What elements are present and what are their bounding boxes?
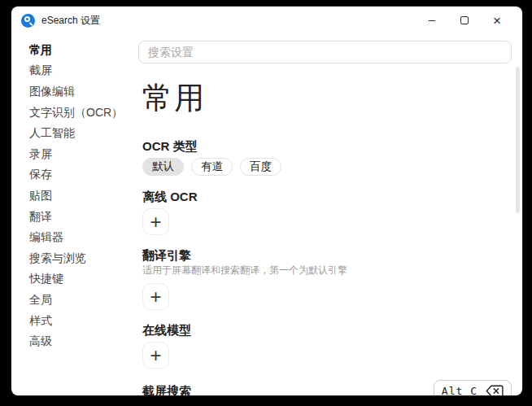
- sidebar-item-general[interactable]: 常用: [29, 40, 138, 61]
- plus-icon: +: [150, 287, 161, 307]
- add-offline-ocr-button[interactable]: +: [142, 208, 169, 235]
- window-title: eSearch 设置: [41, 14, 100, 28]
- sidebar-item-translate[interactable]: 翻译: [29, 207, 138, 228]
- magnifier-handle: [28, 21, 33, 25]
- close-icon: ×: [493, 14, 501, 28]
- plus-icon: +: [150, 346, 161, 365]
- sidebar-item-hotkeys[interactable]: 快捷键: [29, 269, 138, 290]
- section-online-model: 在线模型 +: [142, 322, 512, 369]
- ocr-type-option-youdao[interactable]: 有道: [191, 158, 233, 176]
- sidebar-item-screenshot[interactable]: 截屏: [29, 61, 138, 82]
- section-title: 离线 OCR: [142, 189, 512, 205]
- settings-main: 常用 OCR 类型 默认 有道 百度 离线 OCR + 翻译引擎 适用于屏幕翻译…: [138, 34, 522, 395]
- window-controls: – ×: [412, 10, 509, 31]
- sidebar-item-pin-image[interactable]: 贴图: [29, 186, 138, 207]
- settings-sidebar: 常用 截屏 图像编辑 文字识别（OCR） 人工智能 录屏 保存 贴图 翻译 编辑…: [11, 34, 138, 395]
- page-title: 常用: [142, 80, 512, 117]
- section-offline-ocr: 离线 OCR +: [142, 189, 512, 235]
- add-translate-engine-button[interactable]: +: [142, 283, 169, 310]
- sidebar-item-save[interactable]: 保存: [29, 165, 138, 186]
- sidebar-item-ocr[interactable]: 文字识别（OCR）: [29, 103, 138, 124]
- sidebar-item-advanced[interactable]: 高级: [29, 331, 138, 352]
- magnifier-lens: [24, 16, 30, 22]
- sidebar-item-screen-record[interactable]: 录屏: [29, 144, 138, 165]
- close-button[interactable]: ×: [485, 10, 509, 31]
- plus-icon: +: [150, 212, 161, 232]
- section-title: 截屏搜索: [142, 383, 191, 396]
- backspace-icon[interactable]: [486, 385, 504, 395]
- sidebar-item-search-browse[interactable]: 搜索与浏览: [29, 248, 138, 269]
- titlebar: eSearch 设置 – ×: [11, 7, 522, 34]
- sidebar-item-global[interactable]: 全局: [29, 290, 138, 311]
- section-title: OCR 类型: [142, 138, 512, 155]
- section-description: 适用于屏幕翻译和搜索翻译，第一个为默认引擎: [142, 264, 512, 277]
- scrollbar[interactable]: [516, 67, 520, 213]
- hotkey-input[interactable]: Alt C: [434, 380, 512, 395]
- ocr-type-options: 默认 有道 百度: [142, 158, 512, 176]
- hotkey-value: Alt C: [442, 385, 477, 395]
- sidebar-item-ai[interactable]: 人工智能: [29, 123, 138, 144]
- section-title: 在线模型: [142, 322, 512, 338]
- search-input[interactable]: [138, 41, 512, 63]
- add-online-model-button[interactable]: +: [142, 342, 169, 369]
- section-screenshot-search: 截屏搜索 Alt C: [142, 380, 512, 395]
- esearch-logo-icon: [21, 14, 35, 28]
- ocr-type-option-default[interactable]: 默认: [142, 158, 184, 176]
- ocr-type-option-baidu[interactable]: 百度: [240, 158, 281, 176]
- sidebar-item-image-edit[interactable]: 图像编辑: [29, 81, 138, 103]
- maximize-button[interactable]: [452, 10, 477, 31]
- section-ocr-type: OCR 类型 默认 有道 百度: [142, 138, 512, 176]
- section-title: 翻译引擎: [142, 247, 512, 264]
- sidebar-item-style[interactable]: 样式: [29, 311, 138, 332]
- settings-window: eSearch 设置 – × 常用 截屏 图像编辑 文字识别（OCR） 人工智能…: [11, 7, 522, 395]
- sidebar-item-editor[interactable]: 编辑器: [29, 227, 138, 248]
- maximize-icon: [460, 16, 469, 24]
- minimize-icon: –: [429, 13, 435, 25]
- section-translate-engine: 翻译引擎 适用于屏幕翻译和搜索翻译，第一个为默认引擎 +: [142, 247, 512, 310]
- minimize-button[interactable]: –: [420, 10, 444, 31]
